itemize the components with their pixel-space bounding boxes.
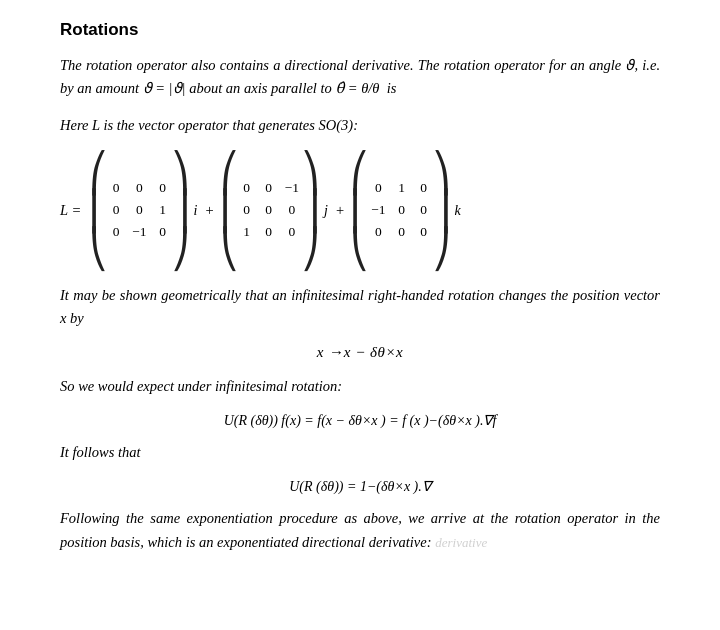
page-content: Rotations The rotation operator also con… — [0, 0, 720, 630]
paragraph-2: Here L is the vector operator that gener… — [60, 114, 660, 137]
paragraph-1: The rotation operator also contains a di… — [60, 54, 660, 100]
matrix-2: ⎛⎜⎝ 0 0 −1 0 0 0 1 0 0 ⎞⎟⎠ — [220, 154, 320, 268]
paragraph-6: Following the same exponentiation proced… — [60, 507, 660, 553]
bracket-right-1: ⎞⎟⎠ — [171, 154, 190, 268]
bracket-left-2: ⎛⎜⎝ — [220, 154, 239, 268]
matrix-grid-3: 0 1 0 −1 0 0 0 0 0 — [371, 178, 429, 243]
matrix-label: L = — [60, 202, 81, 219]
matrix-3: ⎛⎜⎝ 0 1 0 −1 0 0 0 0 0 ⎞⎟⎠ — [350, 154, 450, 268]
bracket-right-2: ⎞⎟⎠ — [301, 154, 320, 268]
paragraph-5: It follows that — [60, 441, 660, 464]
basis-i: i — [194, 203, 198, 219]
bracket-left-1: ⎛⎜⎝ — [89, 154, 108, 268]
section-title: Rotations — [60, 20, 660, 40]
word-that: that — [118, 444, 141, 460]
matrix-grid-1: 0 0 0 0 0 1 0 −1 0 — [110, 178, 168, 243]
paragraph-3: It may be shown geometrically that an in… — [60, 284, 660, 330]
bracket-left-3: ⎛⎜⎝ — [350, 154, 369, 268]
basis-k: k — [455, 203, 461, 219]
watermark-text: derivative — [435, 535, 487, 550]
matrix-grid-2: 0 0 −1 0 0 0 1 0 0 — [241, 178, 299, 243]
paragraph-4: So we would expect under infinitesimal r… — [60, 375, 660, 398]
follows-formula: U(R (δθ)) = 1−(δθ×x ).∇ — [60, 478, 660, 495]
bracket-right-3: ⎞⎟⎠ — [432, 154, 451, 268]
matrix-1: ⎛⎜⎝ 0 0 0 0 0 1 0 −1 0 ⎞⎟⎠ — [89, 154, 189, 268]
position-change-formula: x →x − δθ×x — [60, 344, 660, 361]
operator-formula: U(R (δθ)) f(x) = f(x − δθ×x ) = f (x )−(… — [60, 412, 660, 429]
basis-j: j — [324, 203, 328, 219]
matrix-equation: L = ⎛⎜⎝ 0 0 0 0 0 1 0 −1 0 ⎞⎟⎠ i + ⎛⎜⎝ 0 — [60, 154, 660, 268]
